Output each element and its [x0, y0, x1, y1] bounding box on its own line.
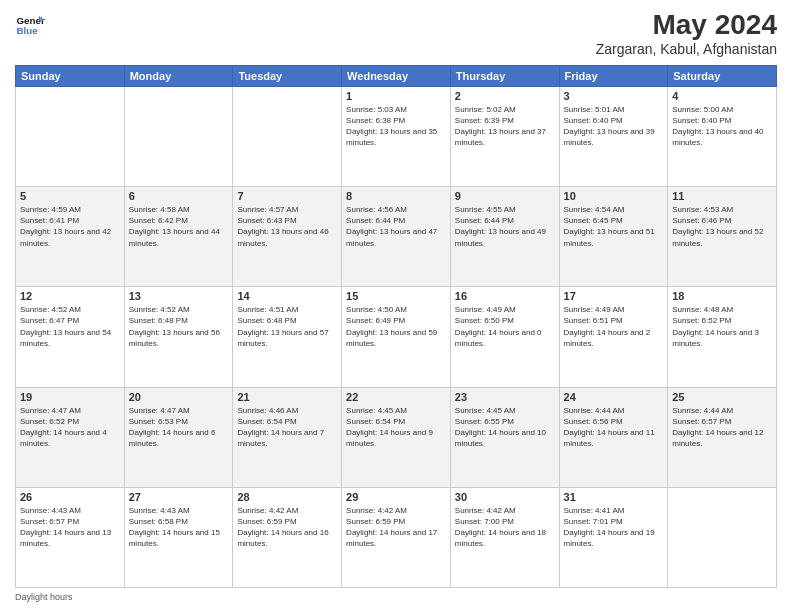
sunrise-text: Sunrise: 4:47 AM	[20, 406, 81, 415]
day-info: Sunrise: 4:52 AM Sunset: 6:47 PM Dayligh…	[20, 304, 120, 349]
sunset-text: Sunset: 6:48 PM	[237, 316, 296, 325]
daylight-text: Daylight: 14 hours and 4 minutes.	[20, 428, 107, 448]
page-subtitle: Zargaran, Kabul, Afghanistan	[596, 41, 777, 57]
sunrise-text: Sunrise: 4:52 AM	[20, 305, 81, 314]
sunrise-text: Sunrise: 4:42 AM	[237, 506, 298, 515]
sunrise-text: Sunrise: 4:52 AM	[129, 305, 190, 314]
table-row: 30 Sunrise: 4:42 AM Sunset: 7:00 PM Dayl…	[450, 487, 559, 587]
sunset-text: Sunset: 6:54 PM	[237, 417, 296, 426]
daylight-text: Daylight: 14 hours and 18 minutes.	[455, 528, 546, 548]
day-number: 28	[237, 491, 337, 503]
daylight-text: Daylight: 13 hours and 37 minutes.	[455, 127, 546, 147]
day-info: Sunrise: 4:48 AM Sunset: 6:52 PM Dayligh…	[672, 304, 772, 349]
table-row: 18 Sunrise: 4:48 AM Sunset: 6:52 PM Dayl…	[668, 287, 777, 387]
day-info: Sunrise: 5:00 AM Sunset: 6:40 PM Dayligh…	[672, 104, 772, 149]
daylight-text: Daylight: 13 hours and 39 minutes.	[564, 127, 655, 147]
daylight-hours-label: Daylight hours	[15, 592, 73, 602]
table-row: 4 Sunrise: 5:00 AM Sunset: 6:40 PM Dayli…	[668, 86, 777, 186]
sunrise-text: Sunrise: 5:02 AM	[455, 105, 516, 114]
sunrise-text: Sunrise: 4:49 AM	[455, 305, 516, 314]
day-number: 10	[564, 190, 664, 202]
daylight-text: Daylight: 13 hours and 57 minutes.	[237, 328, 328, 348]
table-row	[124, 86, 233, 186]
sunset-text: Sunset: 6:47 PM	[20, 316, 79, 325]
col-sunday: Sunday	[16, 65, 125, 86]
sunset-text: Sunset: 6:58 PM	[129, 517, 188, 526]
daylight-text: Daylight: 14 hours and 11 minutes.	[564, 428, 655, 448]
daylight-text: Daylight: 13 hours and 56 minutes.	[129, 328, 220, 348]
day-info: Sunrise: 4:57 AM Sunset: 6:43 PM Dayligh…	[237, 204, 337, 249]
sunrise-text: Sunrise: 4:46 AM	[237, 406, 298, 415]
day-number: 15	[346, 290, 446, 302]
sunset-text: Sunset: 6:52 PM	[20, 417, 79, 426]
day-number: 9	[455, 190, 555, 202]
daylight-text: Daylight: 13 hours and 51 minutes.	[564, 227, 655, 247]
day-info: Sunrise: 4:42 AM Sunset: 7:00 PM Dayligh…	[455, 505, 555, 550]
page-title: May 2024	[596, 10, 777, 41]
sunset-text: Sunset: 6:56 PM	[564, 417, 623, 426]
table-row: 19 Sunrise: 4:47 AM Sunset: 6:52 PM Dayl…	[16, 387, 125, 487]
day-info: Sunrise: 4:42 AM Sunset: 6:59 PM Dayligh…	[237, 505, 337, 550]
day-number: 17	[564, 290, 664, 302]
sunset-text: Sunset: 6:41 PM	[20, 216, 79, 225]
calendar-week-row: 12 Sunrise: 4:52 AM Sunset: 6:47 PM Dayl…	[16, 287, 777, 387]
day-number: 30	[455, 491, 555, 503]
day-info: Sunrise: 5:03 AM Sunset: 6:38 PM Dayligh…	[346, 104, 446, 149]
sunset-text: Sunset: 6:59 PM	[346, 517, 405, 526]
daylight-text: Daylight: 14 hours and 2 minutes.	[564, 328, 651, 348]
day-number: 16	[455, 290, 555, 302]
sunrise-text: Sunrise: 4:58 AM	[129, 205, 190, 214]
day-number: 23	[455, 391, 555, 403]
daylight-text: Daylight: 14 hours and 3 minutes.	[672, 328, 759, 348]
table-row: 6 Sunrise: 4:58 AM Sunset: 6:42 PM Dayli…	[124, 187, 233, 287]
sunrise-text: Sunrise: 4:53 AM	[672, 205, 733, 214]
sunset-text: Sunset: 6:57 PM	[20, 517, 79, 526]
table-row: 7 Sunrise: 4:57 AM Sunset: 6:43 PM Dayli…	[233, 187, 342, 287]
day-info: Sunrise: 4:52 AM Sunset: 6:48 PM Dayligh…	[129, 304, 229, 349]
sunset-text: Sunset: 6:44 PM	[346, 216, 405, 225]
day-number: 26	[20, 491, 120, 503]
day-info: Sunrise: 4:55 AM Sunset: 6:44 PM Dayligh…	[455, 204, 555, 249]
table-row: 24 Sunrise: 4:44 AM Sunset: 6:56 PM Dayl…	[559, 387, 668, 487]
sunset-text: Sunset: 6:50 PM	[455, 316, 514, 325]
day-info: Sunrise: 4:53 AM Sunset: 6:46 PM Dayligh…	[672, 204, 772, 249]
day-info: Sunrise: 4:50 AM Sunset: 6:49 PM Dayligh…	[346, 304, 446, 349]
day-info: Sunrise: 4:44 AM Sunset: 6:56 PM Dayligh…	[564, 405, 664, 450]
col-tuesday: Tuesday	[233, 65, 342, 86]
calendar-week-row: 1 Sunrise: 5:03 AM Sunset: 6:38 PM Dayli…	[16, 86, 777, 186]
day-info: Sunrise: 4:46 AM Sunset: 6:54 PM Dayligh…	[237, 405, 337, 450]
table-row: 31 Sunrise: 4:41 AM Sunset: 7:01 PM Dayl…	[559, 487, 668, 587]
table-row: 23 Sunrise: 4:45 AM Sunset: 6:55 PM Dayl…	[450, 387, 559, 487]
sunrise-text: Sunrise: 4:51 AM	[237, 305, 298, 314]
table-row	[233, 86, 342, 186]
daylight-text: Daylight: 14 hours and 15 minutes.	[129, 528, 220, 548]
day-number: 29	[346, 491, 446, 503]
daylight-text: Daylight: 13 hours and 49 minutes.	[455, 227, 546, 247]
daylight-text: Daylight: 14 hours and 0 minutes.	[455, 328, 542, 348]
day-info: Sunrise: 4:49 AM Sunset: 6:51 PM Dayligh…	[564, 304, 664, 349]
daylight-text: Daylight: 14 hours and 13 minutes.	[20, 528, 111, 548]
sunrise-text: Sunrise: 4:54 AM	[564, 205, 625, 214]
day-number: 6	[129, 190, 229, 202]
table-row: 12 Sunrise: 4:52 AM Sunset: 6:47 PM Dayl…	[16, 287, 125, 387]
day-info: Sunrise: 4:42 AM Sunset: 6:59 PM Dayligh…	[346, 505, 446, 550]
page: General Blue May 2024 Zargaran, Kabul, A…	[0, 0, 792, 612]
day-info: Sunrise: 4:47 AM Sunset: 6:52 PM Dayligh…	[20, 405, 120, 450]
day-info: Sunrise: 4:59 AM Sunset: 6:41 PM Dayligh…	[20, 204, 120, 249]
sunset-text: Sunset: 6:45 PM	[564, 216, 623, 225]
table-row: 10 Sunrise: 4:54 AM Sunset: 6:45 PM Dayl…	[559, 187, 668, 287]
sunrise-text: Sunrise: 4:59 AM	[20, 205, 81, 214]
table-row: 13 Sunrise: 4:52 AM Sunset: 6:48 PM Dayl…	[124, 287, 233, 387]
day-number: 19	[20, 391, 120, 403]
day-number: 24	[564, 391, 664, 403]
sunrise-text: Sunrise: 4:45 AM	[346, 406, 407, 415]
daylight-text: Daylight: 13 hours and 35 minutes.	[346, 127, 437, 147]
sunset-text: Sunset: 6:53 PM	[129, 417, 188, 426]
sunrise-text: Sunrise: 4:42 AM	[455, 506, 516, 515]
daylight-text: Daylight: 13 hours and 40 minutes.	[672, 127, 763, 147]
logo: General Blue	[15, 10, 45, 40]
daylight-text: Daylight: 13 hours and 52 minutes.	[672, 227, 763, 247]
sunset-text: Sunset: 6:49 PM	[346, 316, 405, 325]
sunrise-text: Sunrise: 4:41 AM	[564, 506, 625, 515]
sunrise-text: Sunrise: 4:44 AM	[672, 406, 733, 415]
